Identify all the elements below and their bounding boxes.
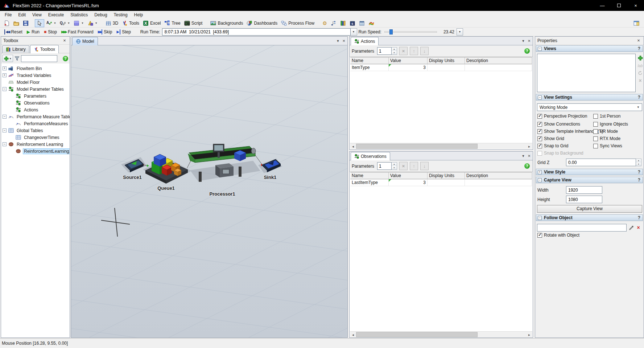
model-panel-close-icon[interactable]: × [342, 38, 345, 44]
follow-object-input[interactable] [537, 224, 627, 232]
reference-books-button[interactable] [338, 19, 348, 27]
q-connect-tool-button[interactable]: Q ▼ [58, 19, 72, 27]
scroll-right-icon[interactable]: ▸ [526, 143, 532, 149]
model-3d-viewport[interactable]: Source1 Queue1 Processor1 Sink1 [71, 45, 347, 337]
menu-testing[interactable]: Testing [111, 11, 131, 19]
tree-item-parameters[interactable]: Parameters [1, 93, 70, 99]
observations-scrollbar-thumb[interactable] [356, 332, 478, 337]
collapse-minus-icon[interactable]: − [538, 216, 542, 220]
observations-col-value[interactable]: Value [389, 172, 428, 179]
tree-item-actions[interactable]: Actions [1, 106, 70, 113]
dashboards-button[interactable]: Dashboards [245, 19, 279, 27]
menu-statistics[interactable]: Statistics [67, 11, 91, 19]
toolbox-add-button[interactable]: ▼ [3, 55, 13, 62]
scroll-left-icon[interactable]: ◂ [350, 143, 356, 149]
menu-help[interactable]: Help [131, 11, 146, 19]
observations-row-units-cell[interactable] [428, 179, 465, 186]
observations-table-row[interactable]: LastItemType 3 [350, 179, 532, 186]
tree-item-model-floor[interactable]: Model Floor [1, 79, 70, 86]
view-style-section-header[interactable]: + View Style ? [536, 169, 643, 175]
observations-parameters-count-input[interactable] [377, 162, 392, 170]
checkbox-show-grid[interactable]: ✓ Show Grid [537, 136, 564, 141]
observations-move-down-button[interactable]: ↓ [420, 162, 429, 170]
follow-object-clear-button[interactable]: × [635, 224, 641, 230]
checkbox-box[interactable] [593, 144, 598, 148]
run-speed-slider[interactable] [384, 29, 437, 35]
actions-scrollbar-thumb[interactable] [356, 144, 478, 149]
actions-row-units-cell[interactable] [428, 64, 465, 71]
capture-view-section-header[interactable]: − Capture View ? [536, 177, 643, 183]
open-3d-view-button[interactable]: 3D [104, 19, 120, 27]
checkbox-box[interactable] [593, 122, 598, 127]
tools-button[interactable]: Tools [120, 19, 141, 27]
a-connect-dropdown-arrow[interactable]: ▼ [54, 22, 56, 24]
views-add-button[interactable] [637, 55, 643, 61]
reset-button[interactable]: ◀◀ Reset [2, 28, 25, 36]
create-object-tool-button[interactable]: ▼ [72, 19, 86, 27]
actions-row-value-cell[interactable]: 3 [389, 64, 428, 71]
actions-parameters-count-input[interactable] [377, 47, 392, 55]
checkbox-box[interactable] [593, 114, 598, 119]
checkbox-box[interactable]: ✓ [537, 233, 542, 238]
menu-view[interactable]: View [29, 11, 45, 19]
checkbox-sync-views[interactable]: Sync Views [593, 143, 622, 148]
toolbox-help-icon[interactable]: ? [63, 56, 68, 61]
observations-panel-close-icon[interactable]: × [528, 153, 531, 159]
process-flow-button[interactable]: Process Flow [279, 19, 316, 27]
maximize-button[interactable] [611, 0, 627, 11]
actions-col-name[interactable]: Name [350, 57, 389, 64]
observations-col-description[interactable]: Description [465, 172, 532, 179]
checkbox-show-connections[interactable]: ✓ Show Connections [537, 122, 580, 127]
collapse-minus-icon[interactable]: − [3, 128, 7, 132]
view-mode-dropdown[interactable]: Working Mode ▼ [537, 103, 642, 111]
collapse-minus-icon[interactable]: − [3, 115, 7, 119]
expand-plus-icon[interactable]: + [538, 170, 542, 174]
tree-item-reinforcement-learning[interactable]: − Reinforcement Learning [1, 141, 70, 148]
actions-col-units[interactable]: Display Units [428, 57, 465, 64]
toggle-panel-button[interactable] [632, 19, 641, 27]
run-speed-slider-handle[interactable] [389, 29, 393, 34]
run-speed-dropdown-button[interactable]: ▼ [457, 28, 463, 36]
capture-view-help-icon[interactable]: ? [638, 177, 640, 183]
tab-observations[interactable]: Observations [351, 152, 390, 160]
checkbox-box[interactable] [593, 136, 598, 141]
excel-button[interactable]: X Excel [141, 19, 162, 27]
spin-up-icon[interactable]: ▲ [392, 163, 397, 166]
capture-height-input[interactable] [566, 196, 602, 203]
view-settings-help-icon[interactable]: ? [638, 95, 640, 100]
tab-actions[interactable]: Actions [351, 37, 379, 45]
checkbox-box[interactable]: ✓ [537, 144, 542, 148]
follow-object-section-header[interactable]: − Follow Object ? [536, 214, 643, 221]
minimize-button[interactable]: — [594, 0, 611, 11]
close-button[interactable]: × [627, 0, 644, 11]
properties-close-icon[interactable]: × [636, 38, 641, 43]
observations-help-icon[interactable]: ? [524, 163, 530, 169]
actions-move-up-button[interactable]: ↑ [410, 47, 418, 55]
model-panel-menu-icon[interactable]: ▼ [336, 39, 339, 43]
observations-row-name-cell[interactable]: LastItemType [350, 179, 389, 186]
step-button[interactable]: ▶ Step [114, 28, 133, 36]
checkbox-box[interactable]: ✓ [537, 136, 542, 141]
views-help-icon[interactable]: ? [638, 46, 640, 51]
open-model-button[interactable] [12, 19, 21, 27]
observations-move-up-button[interactable]: ↑ [410, 162, 418, 170]
fast-forward-button[interactable]: ▶▶▶ Fast Forward [59, 28, 96, 36]
actions-col-description[interactable]: Description [465, 57, 532, 64]
collapse-minus-icon[interactable]: − [538, 47, 542, 51]
actions-help-icon[interactable]: ? [524, 48, 530, 54]
actions-move-down-button[interactable]: ↓ [420, 47, 429, 55]
filter-funnel-icon[interactable] [14, 56, 20, 61]
spin-down-icon[interactable]: ▼ [392, 166, 397, 170]
time-tables-button[interactable] [357, 19, 367, 27]
actions-col-value[interactable]: Value [389, 57, 428, 64]
collapse-minus-icon[interactable]: − [3, 87, 7, 91]
tree-item-changeovertimes[interactable]: ChangeoverTimes [1, 134, 70, 141]
toolbox-search-input[interactable] [21, 55, 57, 62]
views-listbox[interactable] [537, 54, 636, 92]
run-time-dropdown-button[interactable]: ▼ [351, 28, 357, 36]
create-object-dropdown-arrow[interactable]: ▼ [81, 22, 84, 24]
actions-horizontal-scrollbar[interactable]: ◂ ▸ [350, 143, 532, 149]
stop-button[interactable]: ■ Stop [42, 28, 59, 36]
view-style-help-icon[interactable]: ? [638, 169, 640, 175]
capture-width-input[interactable] [566, 186, 602, 194]
